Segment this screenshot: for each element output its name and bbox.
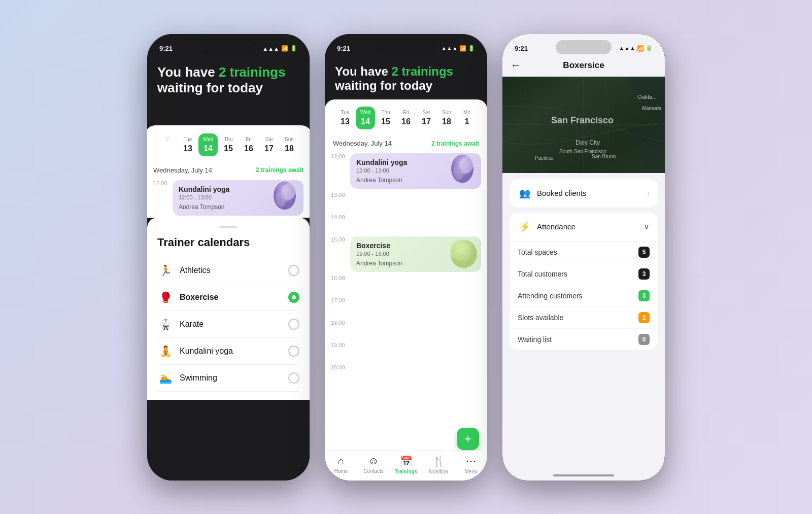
day-item-17[interactable]: Sat 17	[259, 133, 279, 156]
athletics-radio[interactable]	[288, 265, 299, 276]
map-label-pacifica: Pacifica	[535, 155, 553, 161]
back-button[interactable]: ←	[511, 59, 521, 71]
tab-bar: ⌂ Home ☺ Contacts 📅 Trainings 🍴 Nutritio…	[325, 451, 487, 481]
day-item-13[interactable]: Tue 13	[178, 133, 197, 156]
swimming-label: Swimming	[180, 373, 288, 383]
day-item-16[interactable]: Fri 16	[239, 133, 258, 156]
attending-customers-label: Attending customers	[518, 292, 638, 300]
map-label-sf: San Francisco	[551, 115, 614, 126]
day-2-16[interactable]: Fri 16	[396, 107, 416, 129]
status-time-1: 9:21	[159, 45, 173, 52]
day-2-18[interactable]: Sun 18	[437, 107, 456, 129]
sheet-handle[interactable]	[219, 226, 238, 228]
tab-menu[interactable]: ⋯ Menu	[455, 455, 487, 474]
map-label-daly: Daly City	[576, 139, 600, 146]
tab-nutrition[interactable]: 🍴 Nutrition	[422, 455, 455, 474]
tab-home[interactable]: ⌂ Home	[325, 455, 357, 474]
swimming-radio[interactable]	[288, 372, 299, 384]
time-19: 19:00	[331, 341, 481, 363]
booked-clients-card[interactable]: 👥 Booked clients ›	[510, 179, 658, 208]
attendance-label: Attendance	[537, 222, 644, 231]
booked-clients-row[interactable]: 👥 Booked clients ›	[510, 179, 658, 208]
phone-3: 9:21 ▲▲▲ 📶 🔋 ← Boxersice	[502, 34, 665, 481]
attendance-icon: ⚡	[518, 220, 532, 234]
trainer-athletics[interactable]: 🏃 Athletics	[157, 257, 299, 284]
athletics-icon: 🏃	[157, 262, 174, 279]
chevron-down-icon: ∨	[644, 222, 650, 231]
boxercise-radio[interactable]	[288, 292, 299, 303]
time-12: 12:00 Kundalini yoga 12:00 - 13:00 Andre…	[331, 152, 481, 191]
status-time-2: 9:21	[337, 45, 350, 52]
day-2-15[interactable]: Thu 15	[376, 107, 395, 129]
tab-nutrition-label: Nutrition	[429, 469, 448, 474]
total-customers-label: Total customers	[518, 270, 638, 278]
trainer-karate[interactable]: 🥋 Karate	[157, 311, 299, 338]
phone1-main: You have 2 trainings waiting for today	[147, 56, 310, 96]
attending-customers-badge: 3	[638, 290, 650, 301]
time-17: 17:00	[331, 296, 481, 319]
attend-attending-customers: Attending customers 3	[510, 285, 658, 307]
day-2-1[interactable]: Mo 1	[457, 107, 477, 129]
time-14: 14:00	[331, 213, 481, 235]
status-icons-3: ▲▲▲ 📶 🔋	[619, 45, 653, 52]
nutrition-icon: 🍴	[432, 455, 445, 467]
time-18: 18:00	[331, 319, 481, 341]
day-2-14[interactable]: Wed 14	[356, 107, 375, 129]
kundalini-icon: 🧘	[157, 343, 174, 359]
event-yoga-2[interactable]: Kundalini yoga 12:00 - 13:00 Andrea Tomp…	[350, 153, 481, 189]
time-13: 13:00	[331, 191, 481, 213]
day-2-13[interactable]: Tue 13	[335, 107, 355, 129]
cards-section: 👥 Booked clients › ⚡ Attendance ∨ Total …	[502, 173, 665, 356]
attendance-header-row[interactable]: ⚡ Attendance ∨	[510, 213, 658, 242]
total-spaces-badge: 5	[638, 247, 650, 258]
trainer-boxercise[interactable]: 🥊 Boxercise	[157, 284, 299, 311]
attend-total-spaces: Total spaces 5	[510, 242, 658, 263]
add-button[interactable]: +	[457, 428, 479, 450]
swimming-icon: 🏊	[157, 370, 174, 386]
menu-icon: ⋯	[466, 455, 476, 467]
timeline-preview: 12:00 Kundalini yoga 12:00 - 13:00 Andre…	[151, 179, 306, 218]
sheet-title: Trainer calendars	[157, 236, 299, 249]
slots-available-label: Slots available	[518, 314, 638, 322]
day-item-18[interactable]: Sun 18	[280, 133, 299, 156]
attend-slots-available: Slots available 2	[510, 307, 658, 329]
status-time-3: 9:21	[515, 45, 528, 52]
trainer-kundalini[interactable]: 🧘 Kundalini yoga	[157, 338, 299, 365]
date-header-1: Wednesday, July 14 2 trainings await	[151, 162, 306, 179]
phone2-hero: You have 2 trainings waiting for today	[335, 64, 477, 94]
chevron-right-icon: ›	[647, 189, 650, 198]
tab-contacts[interactable]: ☺ Contacts	[357, 455, 390, 474]
day-item-partial[interactable]: 2	[158, 133, 177, 156]
event-boxercise-2[interactable]: Boxercise 15:00 - 16:00 Andrea Tompson	[350, 236, 481, 272]
time-20: 20:00	[331, 363, 481, 386]
karate-radio[interactable]	[288, 319, 299, 330]
day-2-17[interactable]: Sat 17	[417, 107, 436, 129]
map-bg: San Francisco Daly City South San Franci…	[502, 77, 665, 173]
karate-icon: 🥋	[157, 316, 174, 332]
tab-trainings-label: Trainings	[395, 469, 417, 474]
booked-clients-icon: 👥	[518, 186, 532, 200]
days-row-2[interactable]: Tue 13 Wed 14 Thu 15 Fri 16	[331, 107, 481, 129]
tab-trainings[interactable]: 📅 Trainings	[390, 455, 422, 474]
athletics-label: Athletics	[180, 266, 288, 275]
yoga-art-2	[446, 155, 479, 188]
days-row-1[interactable]: 2 Tue 13 Wed 14 Thu 15 Fri	[151, 133, 306, 156]
map-container: San Francisco Daly City South San Franci…	[502, 77, 665, 173]
kundalini-radio[interactable]	[288, 346, 299, 357]
map-label-oakland: Oakla...	[637, 94, 657, 100]
total-spaces-label: Total spaces	[518, 248, 638, 256]
hero-text-1: You have 2 trainings waiting for today	[157, 64, 299, 96]
page-title: Boxersice	[563, 60, 604, 71]
map-label-alameda: Alameda	[641, 106, 661, 111]
waiting-list-label: Waiting list	[518, 335, 638, 344]
yoga-art-1	[268, 181, 301, 214]
day-item-15[interactable]: Thu 15	[219, 133, 238, 156]
phone2-body: Tue 13 Wed 14 Thu 15 Fri 16	[325, 99, 487, 480]
phone2-content: You have 2 trainings waiting for today T…	[325, 56, 487, 481]
day-item-14[interactable]: Wed 14	[198, 133, 218, 156]
status-icons-2: ▲▲▲ 📶 🔋	[441, 45, 475, 52]
event-yoga-1[interactable]: Kundalini yoga 12:00 - 13:00 Andrea Tomp…	[173, 180, 303, 216]
booked-clients-label: Booked clients	[537, 189, 647, 197]
trainer-swimming[interactable]: 🏊 Swimming	[157, 365, 299, 392]
phone-notch-2	[378, 40, 434, 54]
